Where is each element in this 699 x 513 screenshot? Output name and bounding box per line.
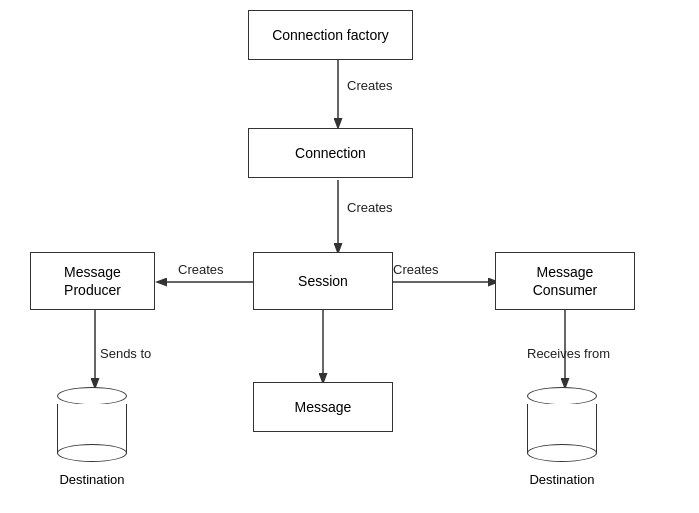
- connection-box: Connection: [248, 128, 413, 178]
- connection-factory-box: Connection factory: [248, 10, 413, 60]
- creates-label-2: Creates: [347, 200, 393, 215]
- creates-label-4: Creates: [393, 262, 439, 277]
- right-destination-label: Destination: [529, 472, 594, 487]
- message-producer-label: MessageProducer: [64, 263, 121, 299]
- creates-label-3: Creates: [178, 262, 224, 277]
- cyl-top-right: [527, 387, 597, 405]
- message-consumer-label: MessageConsumer: [533, 263, 598, 299]
- session-box: Session: [253, 252, 393, 310]
- message-consumer-box: MessageConsumer: [495, 252, 635, 310]
- cyl-top-left: [57, 387, 127, 405]
- cyl-bottom-left: [57, 444, 127, 462]
- cyl-body-right: [527, 404, 597, 454]
- message-box: Message: [253, 382, 393, 432]
- cyl-body-left: [57, 404, 127, 454]
- diagram: Connection factory Creates Connection Cr…: [0, 0, 699, 513]
- message-label: Message: [295, 398, 352, 416]
- right-destination-cylinder: Destination: [527, 386, 597, 487]
- connection-label: Connection: [295, 144, 366, 162]
- receives-from-label: Receives from: [527, 346, 610, 361]
- cyl-bottom-right: [527, 444, 597, 462]
- message-producer-box: MessageProducer: [30, 252, 155, 310]
- session-label: Session: [298, 272, 348, 290]
- sends-to-label: Sends to: [100, 346, 151, 361]
- left-destination-label: Destination: [59, 472, 124, 487]
- connection-factory-label: Connection factory: [272, 26, 389, 44]
- left-destination-cylinder: Destination: [57, 386, 127, 487]
- creates-label-1: Creates: [347, 78, 393, 93]
